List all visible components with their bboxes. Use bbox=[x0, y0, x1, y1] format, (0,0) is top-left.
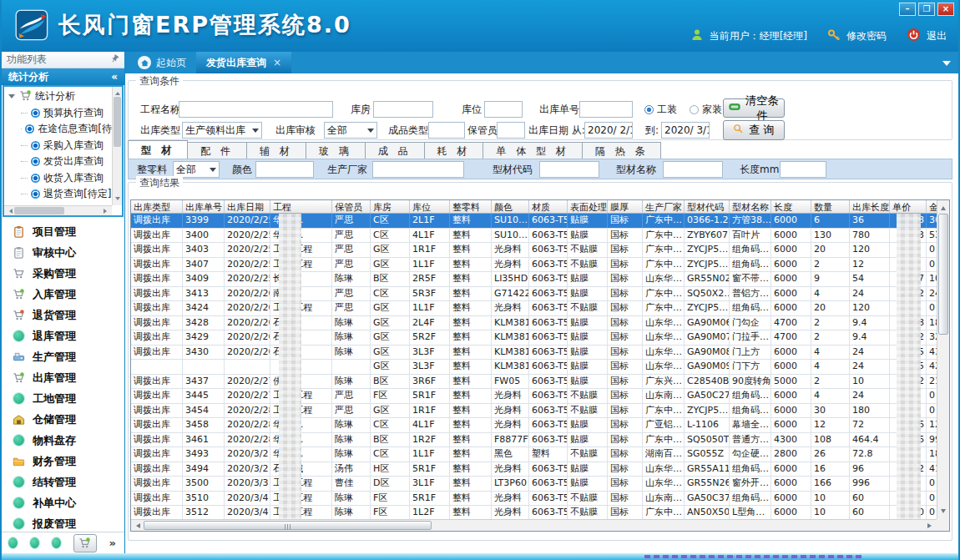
dot-icon[interactable] bbox=[52, 537, 61, 548]
table-row[interactable]: 调拨出库34942020/3/2石 辉城汤伟H区5R1F整料光身料6063-T5… bbox=[131, 462, 948, 477]
grid-header-cell[interactable]: 库位 bbox=[410, 200, 450, 213]
tree-vertical-scrollbar[interactable] bbox=[112, 87, 122, 205]
date-to-picker[interactable]: 2020/ 3/16 bbox=[661, 122, 710, 139]
grid-header-cell[interactable]: 工程 bbox=[270, 200, 332, 213]
sidebar-module-cart-green[interactable]: 入库管理 bbox=[2, 284, 124, 305]
product-type-input[interactable] bbox=[428, 122, 465, 139]
material-tab[interactable]: 耗 材 bbox=[424, 142, 484, 159]
close-button[interactable]: × bbox=[937, 3, 954, 16]
material-tab[interactable]: 隔 热 条 bbox=[582, 142, 662, 159]
collapse-icon[interactable]: « bbox=[111, 71, 118, 83]
tree-expand-icon[interactable] bbox=[8, 94, 15, 102]
tree-item[interactable]: 收货入库查询 bbox=[8, 170, 112, 187]
minimize-button[interactable]: – bbox=[899, 3, 916, 16]
table-row[interactable]: 调拨出库33992020/2/25华 原…严思C区2L1F整料SU10…6063… bbox=[131, 214, 948, 229]
grid-header-cell[interactable]: 颜色 bbox=[492, 200, 529, 213]
tab-close-icon[interactable]: × bbox=[273, 57, 281, 68]
table-row[interactable]: 调拨出库34292020/2/26石 城陈琳G区5R2F整料KLM3817606… bbox=[131, 330, 948, 346]
material-tab[interactable]: 辅 材 bbox=[246, 142, 306, 159]
table-row[interactable]: 调拨出库34612020/2/28华 原…陈琳B区1R2F整料F8877FT60… bbox=[131, 433, 948, 448]
location-input[interactable] bbox=[484, 101, 523, 118]
sidebar-module-dot-green[interactable]: 报废管理 bbox=[2, 513, 124, 532]
sidebar-module-cart-red[interactable]: 退货管理 bbox=[2, 305, 124, 325]
warehouse-input[interactable] bbox=[373, 101, 433, 118]
tree-item[interactable]: 预算执行查询 bbox=[8, 105, 112, 122]
profile-name-input[interactable] bbox=[663, 161, 723, 178]
tree-item[interactable]: 发货出库查询 bbox=[8, 154, 112, 170]
maximize-button[interactable]: ❐ bbox=[918, 3, 935, 16]
whole-piece-select[interactable]: 全部 bbox=[173, 161, 220, 178]
table-row[interactable]: 调拨出库34132020/2/26南 …严思C区5R3F整料G714226063… bbox=[131, 287, 948, 302]
table-row[interactable]: 调拨出库35102020/3/4工 共工程陈琳F区5R1F整料光身料6063-T… bbox=[131, 492, 948, 507]
grid-header-cell[interactable]: 保管员 bbox=[332, 200, 371, 213]
tab-overflow-icon[interactable] bbox=[942, 61, 951, 70]
factory-input[interactable] bbox=[372, 161, 464, 178]
gongzhuang-radio[interactable]: 工装 bbox=[644, 101, 677, 118]
tab-shipping-outbound-query[interactable]: 发货出库查询 × bbox=[196, 52, 291, 73]
table-row[interactable]: 调拨出库34072020/2/25工 共工程严思G区1L1F整料光身料6063-… bbox=[131, 258, 948, 273]
sidebar-module-dot-green[interactable]: 补单中心 bbox=[2, 492, 124, 513]
grid-header-cell[interactable]: 表面处理 bbox=[568, 200, 608, 213]
table-row[interactable]: 调拨出库34372020/2/27佛 …陈琳B区3R6F整料FW056063-T… bbox=[131, 375, 948, 390]
change-password-link[interactable]: 修改密码 bbox=[846, 29, 887, 43]
sidebar-module-dot-green[interactable]: 工地管理 bbox=[2, 388, 124, 409]
table-row[interactable]: G区3L3F整料KLM38176063-T5贴膜国标山东华…GA90M09.门下… bbox=[131, 360, 948, 375]
tree-item[interactable]: 采购入库查询 bbox=[8, 138, 112, 154]
grid-header-cell[interactable]: 出库长度 bbox=[850, 200, 890, 213]
grid-header-cell[interactable]: 膜厚 bbox=[608, 200, 643, 213]
grid-vertical-scrollbar[interactable] bbox=[937, 200, 949, 519]
grid-header-cell[interactable]: 材质 bbox=[529, 200, 568, 213]
table-row[interactable]: 调拨出库35122020/3/4工 共工程陈琳F区1L2F整料光身料6063-T… bbox=[131, 506, 948, 521]
outbound-audit-select[interactable]: 全部 bbox=[324, 122, 377, 139]
sidebar-cart-button[interactable] bbox=[73, 534, 96, 552]
sidebar-module-clipboard-orange[interactable]: 项目管理 bbox=[2, 221, 124, 242]
dot-icon[interactable] bbox=[8, 537, 18, 548]
sidebar-module-machine-blue[interactable]: 生产管理 bbox=[2, 346, 124, 367]
sidebar-module-dot-green[interactable]: 退库管理 bbox=[2, 325, 124, 346]
grid-header-cell[interactable]: 整零料 bbox=[450, 200, 492, 213]
grid-header-cell[interactable]: 型材名称 bbox=[730, 200, 771, 213]
sidebar-module-warehouse-yellow[interactable]: 仓储管理 bbox=[2, 409, 124, 430]
search-button[interactable]: 查 询 bbox=[723, 120, 785, 140]
outbound-type-select[interactable]: 生产领料出库 bbox=[182, 122, 262, 139]
material-tab[interactable]: 单 体 型 材 bbox=[483, 142, 582, 159]
grid-header-cell[interactable]: 单价 bbox=[890, 200, 927, 213]
color-input[interactable] bbox=[255, 161, 314, 178]
date-from-picker[interactable]: 2020/ 2/16 bbox=[584, 122, 633, 139]
table-row[interactable]: 调拨出库34092020/2/25长 …陈琳B区2R5F整料LI35HD6063… bbox=[131, 272, 948, 287]
grid-header-cell[interactable]: 长度 bbox=[771, 200, 811, 213]
sidebar-module-clipboard-gray[interactable]: 审核中心 bbox=[2, 242, 124, 263]
material-tab[interactable]: 玻 璃 bbox=[306, 142, 366, 159]
tree-horizontal-scrollbar[interactable] bbox=[4, 205, 112, 215]
material-tab[interactable]: 配 件 bbox=[187, 142, 247, 159]
table-row[interactable]: 调拨出库34542020/2/28工 共工程严思G区1R1F整料光身料6063-… bbox=[131, 404, 948, 419]
logout-link[interactable]: 退出 bbox=[927, 29, 947, 43]
dot-icon[interactable] bbox=[30, 537, 39, 548]
grid-header-cell[interactable]: 生产厂家 bbox=[643, 200, 685, 213]
grid-header-cell[interactable]: 型材代码 bbox=[685, 200, 730, 213]
material-tab[interactable]: 成 品 bbox=[365, 142, 425, 159]
table-row[interactable]: 调拨出库34302020/2/26石 城陈琳G区3L3F整料KLM3817606… bbox=[131, 346, 948, 361]
grid-header-cell[interactable]: 数量 bbox=[811, 200, 850, 213]
table-row[interactable]: 调拨出库34032020/2/25工 共工程严思G区1R1F整料光身料6063-… bbox=[131, 243, 948, 258]
profile-code-input[interactable] bbox=[539, 161, 599, 178]
grid-header-cell[interactable]: 出库类型 bbox=[131, 200, 183, 213]
more-buttons-chevron[interactable]: » bbox=[109, 537, 116, 549]
table-row[interactable]: 调拨出库34002020/2/25华 原…严思C区4L1F整料SU10…6063… bbox=[131, 229, 948, 244]
grid-header-cell[interactable]: 库房 bbox=[371, 200, 410, 213]
pin-icon[interactable] bbox=[110, 54, 119, 66]
sidebar-module-cart-gray[interactable]: 采购管理 bbox=[2, 263, 124, 284]
keeper-input[interactable] bbox=[497, 122, 525, 139]
length-input[interactable] bbox=[780, 161, 826, 178]
clear-conditions-button[interactable]: 清空条件 bbox=[723, 98, 785, 118]
grid-header-cell[interactable]: 出库单号 bbox=[183, 200, 225, 213]
tree-root-item[interactable]: 统计分析 bbox=[8, 88, 112, 105]
sidebar-module-dot-green[interactable]: 结转管理 bbox=[2, 472, 124, 492]
sidebar-module-cart-green[interactable]: 出库管理 bbox=[2, 367, 124, 388]
table-row[interactable]: 调拨出库34282020/2/26石 城陈琳G区2L4F整料KLM3817606… bbox=[131, 316, 948, 331]
grid-horizontal-scrollbar[interactable] bbox=[131, 519, 937, 531]
grid-header-cell[interactable]: 出库日期 bbox=[225, 200, 270, 213]
project-name-input[interactable] bbox=[179, 101, 333, 118]
table-row[interactable]: 调拨出库34582020/2/28华 原…陈琳C区4L1F整料光身料6063-T… bbox=[131, 418, 948, 433]
order-no-input[interactable] bbox=[579, 101, 633, 118]
